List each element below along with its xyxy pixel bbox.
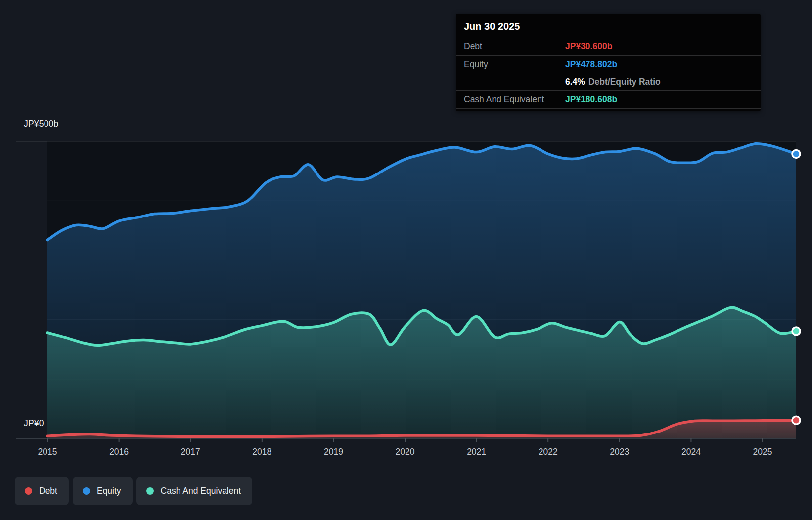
x-axis-label-2023: 2023 (610, 447, 629, 457)
debt-dot-icon (25, 487, 32, 495)
y-axis-label-0: JP¥0 (24, 418, 44, 429)
debt-equity-history-screen: JP¥500b JP¥0 201520162017201820192020202… (0, 0, 812, 520)
chart-legend: Debt Equity Cash And Equivalent (15, 477, 252, 505)
x-axis-label-2021: 2021 (467, 447, 486, 457)
legend-item-cash[interactable]: Cash And Equivalent (136, 477, 252, 505)
cash-dot-icon (146, 487, 154, 495)
chart-tooltip: Jun 30 2025 Debt JP¥30.600b Equity JP¥47… (456, 14, 761, 111)
tooltip-equity-value: JP¥478.802b (565, 59, 753, 70)
x-axis-label-2016: 2016 (109, 447, 129, 457)
legend-item-debt[interactable]: Debt (15, 477, 69, 505)
tooltip-equity-label: Equity (464, 59, 565, 70)
tooltip-debt-label: Debt (464, 42, 565, 52)
tooltip-ratio-value: 6.4% (565, 77, 585, 87)
equity-end-marker[interactable] (792, 150, 800, 158)
tooltip-ratio-suffix: Debt/Equity Ratio (588, 77, 661, 87)
tooltip-row-cash: Cash And Equivalent JP¥180.608b (456, 90, 761, 109)
tooltip-date: Jun 30 2025 (456, 14, 761, 38)
x-axis-label-2019: 2019 (324, 447, 343, 457)
legend-equity-label: Equity (97, 486, 121, 496)
y-axis-label-500b: JP¥500b (24, 119, 59, 129)
x-axis-label-2024: 2024 (681, 447, 701, 457)
equity-dot-icon (83, 487, 90, 495)
tooltip-debt-value: JP¥30.600b (565, 42, 753, 52)
legend-cash-label: Cash And Equivalent (161, 486, 241, 496)
tooltip-row-ratio: 6.4%Debt/Equity Ratio (456, 73, 761, 90)
x-axis-label-2017: 2017 (181, 447, 200, 457)
x-axis-label-2022: 2022 (539, 447, 558, 457)
x-axis-label-2018: 2018 (252, 447, 271, 457)
tooltip-cash-label: Cash And Equivalent (464, 94, 565, 105)
tooltip-cash-value: JP¥180.608b (565, 94, 753, 105)
tooltip-row-debt: Debt JP¥30.600b (456, 38, 761, 55)
legend-debt-label: Debt (39, 486, 57, 496)
legend-item-equity[interactable]: Equity (73, 477, 133, 505)
x-axis-label-2025: 2025 (753, 447, 772, 457)
cash-and-equivalent-end-marker[interactable] (792, 327, 800, 335)
debt-end-marker[interactable] (792, 416, 800, 424)
x-axis-label-2015: 2015 (38, 447, 57, 457)
tooltip-row-equity: Equity JP¥478.802b (456, 55, 761, 73)
x-axis-label-2020: 2020 (396, 447, 415, 457)
